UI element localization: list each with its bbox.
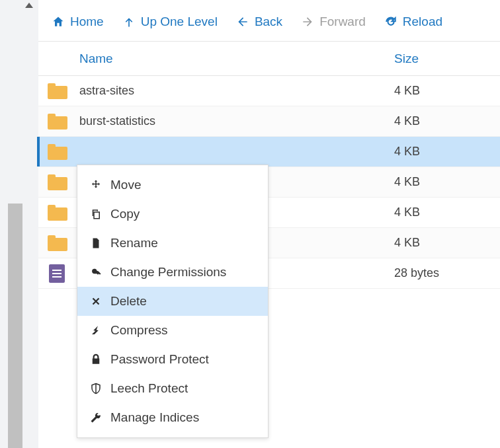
row-icon-cell — [38, 83, 75, 99]
row-size: 4 KB — [388, 145, 500, 159]
folder-icon — [48, 235, 67, 251]
reload-button[interactable]: Reload — [384, 15, 442, 29]
back-button[interactable]: Back — [236, 15, 282, 29]
compress-icon — [89, 324, 103, 337]
folder-icon — [48, 144, 67, 160]
delete-icon — [89, 295, 103, 308]
row-icon-cell — [38, 174, 75, 190]
arrow-right-icon — [301, 15, 314, 28]
menu-item-label: Copy — [110, 207, 140, 221]
menu-item-label: Compress — [110, 323, 168, 338]
col-name-header[interactable]: Name — [75, 52, 388, 66]
left-gutter — [0, 0, 38, 448]
menu-item-label: Password Protect — [110, 352, 209, 367]
row-size: 4 KB — [388, 205, 500, 219]
home-label: Home — [70, 15, 104, 29]
scroll-up-arrow-icon[interactable] — [25, 3, 33, 8]
row-icon-cell — [38, 114, 75, 130]
table-row[interactable]: burst-statistics4 KB — [38, 106, 500, 137]
move-icon — [89, 178, 103, 192]
rename-icon — [89, 237, 103, 250]
back-label: Back — [255, 15, 282, 29]
row-name: astra-sites — [75, 84, 388, 98]
reload-label: Reload — [403, 15, 442, 29]
level-up-icon — [122, 15, 136, 28]
row-size: 4 KB — [388, 114, 500, 128]
wrench-icon — [89, 411, 103, 424]
toolbar: Home Up One Level Back Forward Reload — [38, 12, 500, 41]
lock-icon — [89, 353, 103, 366]
table-row[interactable]: astra-sites4 KB — [38, 76, 500, 106]
up-one-level-label: Up One Level — [141, 15, 218, 29]
row-size: 28 bytes — [388, 266, 500, 280]
file-icon — [49, 264, 65, 283]
table-header: Name Size — [38, 42, 500, 76]
folder-icon — [48, 174, 67, 190]
shield-icon — [89, 382, 103, 395]
menu-item-rename[interactable]: Rename — [77, 229, 268, 258]
menu-item-label: Leech Protect — [110, 381, 188, 396]
up-one-level-button[interactable]: Up One Level — [122, 15, 218, 29]
copy-icon — [89, 207, 103, 221]
forward-label: Forward — [319, 15, 366, 29]
row-size: 4 KB — [388, 84, 500, 98]
menu-item-compress[interactable]: Compress — [77, 316, 268, 345]
context-menu: MoveCopyRenameChange PermissionsDeleteCo… — [77, 165, 269, 438]
forward-button: Forward — [301, 15, 366, 29]
menu-item-copy[interactable]: Copy — [77, 200, 268, 229]
row-icon-cell — [38, 144, 75, 160]
table-row[interactable]: 4 KB — [38, 137, 500, 167]
menu-item-label: Rename — [110, 236, 158, 250]
reload-icon — [384, 15, 397, 28]
row-size: 4 KB — [388, 236, 500, 250]
col-size-header[interactable]: Size — [388, 52, 500, 66]
home-button[interactable]: Home — [52, 15, 104, 29]
menu-item-move[interactable]: Move — [77, 170, 268, 200]
row-icon-cell — [38, 235, 75, 251]
menu-item-label: Manage Indices — [110, 410, 199, 425]
menu-item-label: Change Permissions — [110, 265, 226, 280]
gutter-highlight — [8, 204, 22, 448]
menu-item-key[interactable]: Change Permissions — [77, 258, 268, 287]
row-icon-cell — [38, 205, 75, 221]
menu-item-wrench[interactable]: Manage Indices — [77, 403, 268, 432]
menu-item-label: Delete — [110, 294, 147, 309]
row-size: 4 KB — [388, 175, 500, 189]
home-icon — [52, 15, 65, 28]
key-icon — [89, 266, 103, 279]
folder-icon — [48, 83, 67, 99]
row-name: burst-statistics — [75, 114, 388, 128]
folder-icon — [48, 205, 67, 221]
menu-item-delete[interactable]: Delete — [77, 287, 268, 316]
menu-item-lock[interactable]: Password Protect — [77, 345, 268, 374]
row-icon-cell — [38, 264, 75, 283]
folder-icon — [48, 114, 67, 130]
menu-item-label: Move — [110, 178, 141, 192]
arrow-left-icon — [236, 15, 249, 28]
menu-item-shield[interactable]: Leech Protect — [77, 374, 268, 403]
